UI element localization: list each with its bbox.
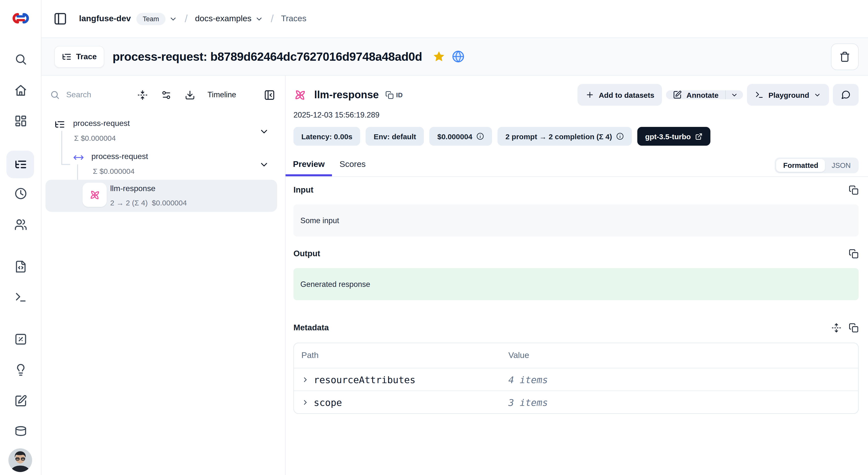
icon-rail <box>0 0 41 475</box>
playground-terminal-icon[interactable] <box>14 291 27 304</box>
annotate-split-button: Annotate <box>666 90 743 99</box>
annotate-dropdown-chevron[interactable] <box>726 90 743 99</box>
tree-item-usage-cost: 2 → 2 (Σ 4) $0.000004 <box>110 198 187 207</box>
observation-tree-panel: Timeline process-request Σ $0.000004 pro… <box>41 75 285 475</box>
tab-preview[interactable]: Preview <box>285 154 332 176</box>
token-usage-badge[interactable]: 2 prompt → 2 completion (Σ 4) <box>497 127 631 146</box>
expand-rows-icon[interactable] <box>832 323 841 332</box>
home-icon[interactable] <box>14 84 27 97</box>
copy-icon[interactable] <box>849 249 859 258</box>
chevron-down-icon[interactable] <box>259 126 269 137</box>
delete-trace-button[interactable] <box>831 43 859 70</box>
table-row[interactable]: resourceAttributes 4 items <box>294 368 858 390</box>
download-icon[interactable] <box>185 90 195 100</box>
breadcrumb-separator: / <box>185 13 188 25</box>
output-content: Generated response <box>293 268 859 300</box>
copy-icon <box>385 91 394 99</box>
latency-badge: Latency: 0.00s <box>293 127 361 146</box>
bookmark-star-icon[interactable] <box>433 50 446 63</box>
tracing-icon[interactable] <box>14 158 27 171</box>
playground-label: Playground <box>769 91 809 99</box>
column-value: Value <box>508 351 858 360</box>
prompts-file-code-icon[interactable] <box>14 260 27 273</box>
chevron-right-icon[interactable] <box>301 398 309 406</box>
datasets-database-icon[interactable] <box>14 424 27 438</box>
timeline-toggle[interactable]: Timeline <box>208 90 236 99</box>
tree-toolbar: Timeline <box>41 82 285 108</box>
metadata-section-header: Metadata <box>293 321 859 334</box>
generation-icon <box>83 183 107 207</box>
copy-icon[interactable] <box>849 323 859 332</box>
list-tree-icon <box>54 119 65 130</box>
user-avatar[interactable] <box>8 448 32 472</box>
project-name[interactable]: docs-examples <box>195 14 251 24</box>
dashboards-icon[interactable] <box>14 115 27 127</box>
add-to-datasets-button[interactable]: Add to datasets <box>578 84 662 106</box>
id-label: ID <box>396 91 403 98</box>
metadata-label: Metadata <box>293 323 329 332</box>
chevron-down-icon <box>814 91 821 98</box>
sidebar-toggle-icon[interactable] <box>53 12 67 26</box>
input-label: Input <box>293 185 313 194</box>
table-row[interactable]: scope 3 items <box>294 390 858 413</box>
breadcrumb-section[interactable]: Traces <box>281 14 307 24</box>
langfuse-app: langfuse-dev Team / docs-examples / Trac… <box>0 0 868 475</box>
chat-bubble-icon <box>841 90 851 100</box>
observation-badges: Latency: 0.00s Env: default $0.000004 2 … <box>293 127 859 146</box>
org-chevron-down-icon[interactable] <box>169 14 177 23</box>
trash-icon <box>839 51 850 62</box>
copy-id-control[interactable]: ID <box>385 91 403 99</box>
pen-square-icon <box>673 90 682 99</box>
tree-settings-icon[interactable] <box>161 90 172 100</box>
format-formatted-option[interactable]: Formatted <box>776 159 825 171</box>
cost-badge[interactable]: $0.000004 <box>429 127 492 146</box>
terminal-icon <box>755 90 764 99</box>
trace-title: process-request: b8789d62464dc7627016d97… <box>113 50 422 63</box>
annotate-label: Annotate <box>686 91 718 99</box>
observation-timestamp: 2025-12-03 15:56:19.289 <box>293 110 859 120</box>
tree-search <box>50 90 124 100</box>
collapse-panel-icon[interactable] <box>264 89 275 100</box>
comments-button[interactable] <box>833 84 859 106</box>
detail-tabs: Preview Scores Formatted JSON <box>285 154 868 177</box>
langfuse-logo[interactable] <box>11 8 30 28</box>
copy-icon[interactable] <box>849 185 859 195</box>
info-icon <box>476 132 484 140</box>
tree-item-cost: Σ $0.000004 <box>93 167 135 175</box>
info-icon <box>616 132 624 140</box>
org-plan-badge: Team <box>136 12 165 25</box>
chevron-right-icon[interactable] <box>301 376 309 383</box>
annotation-pen-icon[interactable] <box>14 394 27 407</box>
tab-scores[interactable]: Scores <box>332 154 373 176</box>
collapse-all-icon[interactable] <box>137 90 148 100</box>
public-globe-icon[interactable] <box>452 50 465 63</box>
tree-item-label: llm-response <box>110 184 155 193</box>
model-badge[interactable]: gpt-3.5-turbo <box>637 127 711 146</box>
metadata-value: 3 items <box>508 397 858 408</box>
metadata-value: 4 items <box>508 374 858 385</box>
playground-button[interactable]: Playground <box>747 84 829 106</box>
tree-item-generation-selected[interactable] <box>45 180 277 212</box>
format-json-option[interactable]: JSON <box>825 159 857 171</box>
trace-header-bar: Trace process-request: b8789d62464dc7627… <box>41 38 868 75</box>
sessions-clock-icon[interactable] <box>14 187 27 200</box>
observation-title-row: llm-response ID Add to datasets Annotate <box>293 84 859 106</box>
tree-connector <box>61 164 70 165</box>
chevron-down-icon[interactable] <box>259 159 269 170</box>
search-icon[interactable] <box>14 53 27 66</box>
trace-type-label: Trace <box>76 52 97 61</box>
users-icon[interactable] <box>14 218 27 231</box>
metadata-table-header: Path Value <box>294 343 858 368</box>
metadata-table: Path Value resourceAttributes 4 items sc… <box>293 343 859 414</box>
annotate-button[interactable]: Annotate <box>666 90 725 99</box>
format-toggle: Formatted JSON <box>775 157 859 173</box>
span-arrows-icon <box>73 152 84 163</box>
evaluation-percent-icon[interactable] <box>14 333 27 346</box>
lightbulb-icon[interactable] <box>14 363 27 376</box>
generation-icon <box>293 88 307 101</box>
list-tree-icon <box>62 52 72 61</box>
project-chevron-down-icon[interactable] <box>255 14 263 23</box>
org-name[interactable]: langfuse-dev <box>79 14 131 24</box>
output-label: Output <box>293 249 320 258</box>
search-input[interactable] <box>65 90 119 100</box>
